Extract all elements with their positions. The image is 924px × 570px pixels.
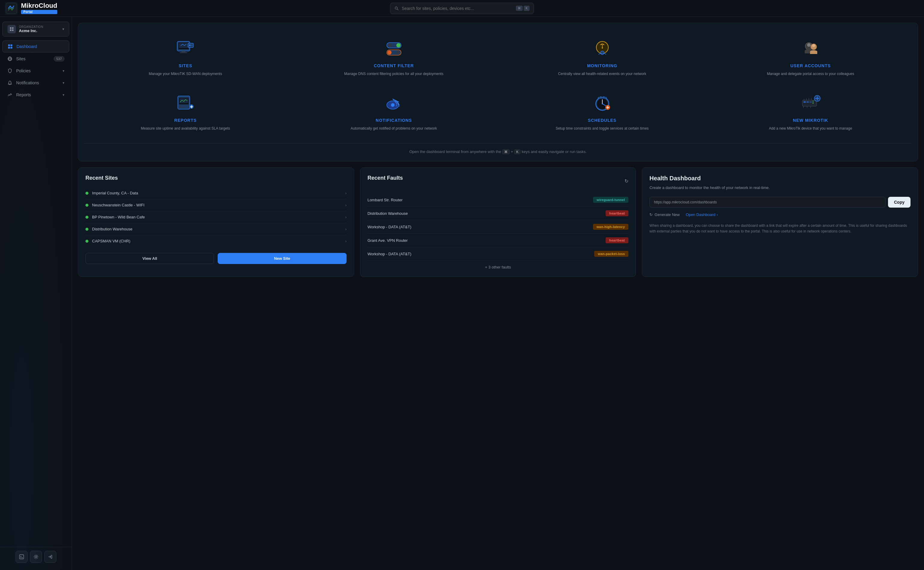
search-bar[interactable]: ⌘ K xyxy=(390,3,534,14)
fault-name: Distribution Warehouse xyxy=(368,211,408,216)
svg-point-14 xyxy=(35,556,37,558)
main-layout: Organization Acme Inc. ▾ Dashboard xyxy=(0,17,924,570)
search-icon xyxy=(394,6,399,11)
open-dashboard-link[interactable]: Open Dashboard › xyxy=(686,212,718,217)
svg-point-23 xyxy=(191,45,192,46)
monitoring-feature-icon xyxy=(591,37,613,59)
svg-rect-6 xyxy=(8,44,10,46)
svg-rect-19 xyxy=(182,51,186,52)
search-input[interactable] xyxy=(402,6,513,11)
reports-icon xyxy=(7,92,12,98)
list-item[interactable]: BP Pinetown - Wild Bean Cafe › xyxy=(86,211,347,223)
sites-feature-title: SITES xyxy=(179,63,192,68)
monitoring-feature-desc: Centrally view all health-related events… xyxy=(558,71,646,77)
org-name: Acme Inc. xyxy=(19,29,60,33)
terminal-cmd-key: ⌘ xyxy=(502,149,510,154)
site-name: Neuschwanstein Castle - WIFI xyxy=(92,203,342,207)
svg-rect-40 xyxy=(180,98,188,103)
view-all-button[interactable]: View All xyxy=(86,253,214,264)
feature-item-schedules[interactable]: SCHEDULES Setup time constraints and tog… xyxy=(501,87,703,136)
sidebar-bottom xyxy=(0,547,72,566)
svg-rect-1 xyxy=(6,3,17,14)
recent-faults-title: Recent Faults xyxy=(368,175,403,181)
svg-rect-60 xyxy=(803,101,806,103)
svg-rect-8 xyxy=(8,47,10,49)
sidebar: Organization Acme Inc. ▾ Dashboard xyxy=(0,17,72,570)
feature-grid-card: SITES Manage your MikroTIK SD-WAN deploy… xyxy=(78,23,918,161)
notifications-feature-icon xyxy=(383,92,405,114)
fault-name: Workshop - DATA (AT&T) xyxy=(368,225,411,229)
svg-rect-64 xyxy=(813,102,814,103)
sidebar-item-notifications[interactable]: Notifications ▾ xyxy=(2,77,69,89)
sites-label: Sites xyxy=(16,57,26,61)
list-item[interactable]: Imperial County, CA - Data › xyxy=(86,187,347,199)
svg-rect-9 xyxy=(11,47,12,49)
policies-chevron-icon: ▾ xyxy=(63,69,64,73)
feature-item-user-accounts[interactable]: USER ACCOUNTS Manage and delegate portal… xyxy=(709,33,912,81)
recent-sites-title: Recent Sites xyxy=(86,175,347,181)
feature-item-content-filter[interactable]: CONTENT FILTER Manage DNS content filter… xyxy=(293,33,495,81)
fault-badge: wan-packet-loss xyxy=(594,251,628,257)
settings-icon xyxy=(34,555,38,559)
site-name: Distribution Warehouse xyxy=(92,227,342,231)
sites-badge: 537 xyxy=(53,56,64,61)
svg-point-22 xyxy=(189,44,191,46)
schedules-feature-icon xyxy=(591,92,613,114)
health-dashboard-desc: Create a dashboard to monitor the health… xyxy=(649,185,910,191)
copy-button[interactable]: Copy xyxy=(888,197,910,208)
faults-more-link[interactable]: + 3 other faults xyxy=(368,261,629,270)
sidebar-item-dashboard[interactable]: Dashboard xyxy=(2,40,69,52)
svg-point-26 xyxy=(387,43,391,48)
feature-item-sites[interactable]: SITES Manage your MikroTIK SD-WAN deploy… xyxy=(84,33,287,81)
sidebar-item-policies[interactable]: Policies ▾ xyxy=(2,65,69,77)
org-icon xyxy=(8,25,16,33)
site-arrow-icon: › xyxy=(345,227,347,231)
user-accounts-feature-desc: Manage and delegate portal access to you… xyxy=(767,71,854,77)
svg-rect-18 xyxy=(179,43,188,48)
fault-item[interactable]: Workshop - DATA (AT&T) wan-high-latency xyxy=(368,220,629,234)
fault-item[interactable]: Distribution Warehouse heartbeat xyxy=(368,207,629,220)
svg-rect-55 xyxy=(598,97,606,98)
feature-item-monitoring[interactable]: MONITORING Centrally view all health-rel… xyxy=(501,33,703,81)
k-key: K xyxy=(524,6,530,11)
feature-item-reports[interactable]: REPORTS Measure site uptime and availabi… xyxy=(84,87,287,136)
sidebar-bottom-btn-2[interactable] xyxy=(30,551,42,563)
feature-item-notifications[interactable]: NOTIFICATIONS Automatically get notified… xyxy=(293,87,495,136)
list-item[interactable]: Neuschwanstein Castle - WIFI › xyxy=(86,199,347,211)
fault-name: Lombard Str. Router xyxy=(368,198,403,202)
sites-feature-desc: Manage your MikroTIK SD-WAN deployments xyxy=(149,71,222,77)
fault-item[interactable]: Lombard Str. Router wireguard-tunnel xyxy=(368,193,629,207)
site-arrow-icon: › xyxy=(345,215,347,219)
list-item[interactable]: Distribution Warehouse › xyxy=(86,223,347,235)
svg-rect-61 xyxy=(806,101,809,103)
site-status-dot xyxy=(86,216,89,219)
generate-new-button[interactable]: ↻ Generate New xyxy=(649,212,680,217)
site-arrow-icon: › xyxy=(345,191,347,195)
org-chevron-icon: ▾ xyxy=(63,27,64,31)
fault-badge: heartbeat xyxy=(606,210,628,216)
site-list: Imperial County, CA - Data › Neuschwanst… xyxy=(86,187,347,247)
svg-point-29 xyxy=(396,51,400,55)
recent-sites-actions: View All New Site xyxy=(86,253,347,264)
sidebar-bottom-btn-1[interactable] xyxy=(15,551,27,563)
fault-item[interactable]: Workshop - DATA (AT&T) wan-packet-loss xyxy=(368,247,629,261)
new-site-button[interactable]: New Site xyxy=(218,253,346,264)
sidebar-item-reports[interactable]: Reports ▾ xyxy=(2,89,69,101)
logo-badge: Portal xyxy=(21,10,57,14)
refresh-icon[interactable]: ↻ xyxy=(625,178,628,184)
reports-label: Reports xyxy=(16,92,31,97)
org-selector[interactable]: Organization Acme Inc. ▾ xyxy=(2,21,69,37)
list-item[interactable]: CAPSMAN VM (CHR) › xyxy=(86,235,347,247)
site-status-dot xyxy=(86,204,89,207)
fault-item[interactable]: Grant Ave. VPN Router heartbeat xyxy=(368,234,629,247)
health-dashboard-title: Health Dashboard xyxy=(649,175,910,182)
sidebar-bottom-btn-3[interactable] xyxy=(44,551,57,563)
svg-point-28 xyxy=(387,51,391,55)
svg-rect-2 xyxy=(10,27,11,29)
content-area: SITES Manage your MikroTIK SD-WAN deploy… xyxy=(72,17,924,570)
feature-item-new-mikrotik[interactable]: NEW MIKROTIK Add a new MikroTik device t… xyxy=(709,87,912,136)
svg-rect-65 xyxy=(813,103,814,104)
fault-badge: wireguard-tunnel xyxy=(593,197,628,203)
sidebar-item-sites[interactable]: Sites 537 xyxy=(2,53,69,64)
refresh-small-icon: ↻ xyxy=(649,212,653,217)
